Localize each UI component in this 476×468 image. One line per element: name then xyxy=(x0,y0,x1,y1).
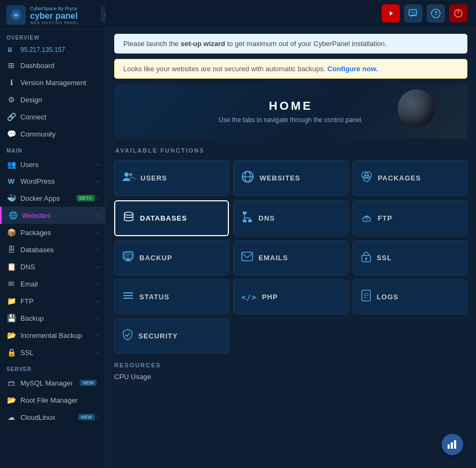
svg-point-6 xyxy=(414,12,415,13)
cloudlinux-icon: ☁ xyxy=(6,413,16,421)
func-card-backup[interactable]: BACKUP xyxy=(114,240,229,275)
logo-area: CyberSpace By Pryce cyber panel WEB HOST… xyxy=(0,0,105,29)
func-card-security[interactable]: SECURITY xyxy=(114,319,229,353)
sidebar-item-label: Email xyxy=(20,280,97,288)
ip-address: 95.217.135.157 xyxy=(20,46,65,54)
sidebar-item-cloudlinux[interactable]: ☁ CloudLinux NEW › xyxy=(0,409,105,426)
help-button[interactable]: ? xyxy=(427,4,445,22)
sidebar-item-label: CloudLinux xyxy=(20,413,78,421)
sidebar-item-dns[interactable]: 📋 DNS › xyxy=(0,258,105,275)
func-card-packages[interactable]: PACKAGES xyxy=(353,160,467,196)
cpu-usage-label: CPU Usage xyxy=(114,373,151,381)
configure-now-link[interactable]: Configure now. xyxy=(328,65,378,73)
resources-section: RESOURCES CPU Usage xyxy=(114,362,467,381)
resources-title: RESOURCES xyxy=(114,362,467,368)
svg-point-35 xyxy=(365,258,367,260)
svg-rect-44 xyxy=(448,444,450,449)
sidebar-item-dashboard[interactable]: ⊞ Dashboard xyxy=(0,57,105,74)
packages-icon: 📦 xyxy=(6,228,16,237)
func-card-ftp[interactable]: FTP xyxy=(353,200,467,236)
file-manager-icon: 📂 xyxy=(6,396,16,404)
func-card-ssl[interactable]: SSL xyxy=(353,240,467,275)
ssl-icon: 🔒 xyxy=(6,348,16,357)
info-alert: Please launch the set-up wizard to get m… xyxy=(114,34,467,54)
sidebar-item-label: DNS xyxy=(20,263,97,271)
sidebar-item-ssl[interactable]: 🔒 SSL › xyxy=(0,344,105,361)
sidebar-item-label: Incremental Backup xyxy=(20,331,97,339)
svg-point-5 xyxy=(412,12,413,13)
sidebar-item-backup[interactable]: 💾 Backup › xyxy=(0,310,105,327)
sidebar-item-wordpress[interactable]: W WordPress › xyxy=(0,173,105,190)
sidebar-item-users[interactable]: 👥 Users › xyxy=(0,156,105,173)
overview-section-label: OVERVIEW xyxy=(0,29,105,43)
func-card-php[interactable]: </> PHP xyxy=(233,280,348,314)
power-button[interactable] xyxy=(449,4,467,22)
sidebar-item-label: WordPress xyxy=(20,177,97,185)
svg-point-11 xyxy=(124,172,129,177)
connect-icon: 🔗 xyxy=(6,112,16,121)
sidebar-item-connect[interactable]: 🔗 Connect xyxy=(0,108,105,125)
func-label: USERS xyxy=(140,174,167,182)
alert-info-text: Please launch the set-up wizard to get m… xyxy=(123,40,386,48)
ftp-icon: 📁 xyxy=(6,297,16,305)
cpu-usage-row: CPU Usage xyxy=(114,373,467,381)
functions-section-title: AVAILABLE FUNCTIONS xyxy=(114,147,467,154)
sidebar-item-label: MySQL Manager xyxy=(20,379,80,387)
ssl-card-icon xyxy=(361,251,371,265)
func-card-logs[interactable]: LOGS xyxy=(353,280,467,314)
func-card-emails[interactable]: EMAILS xyxy=(233,240,348,275)
monitor-icon: 🖥 xyxy=(6,46,16,54)
func-label: SECURITY xyxy=(138,332,178,340)
security-card-icon xyxy=(122,329,133,343)
func-card-dns[interactable]: DNS xyxy=(233,200,348,236)
func-label: STATUS xyxy=(139,293,169,301)
main-section-label: MAIN xyxy=(0,142,105,156)
func-card-websites[interactable]: WEBSITES xyxy=(233,160,348,196)
func-card-status[interactable]: STATUS xyxy=(114,280,229,314)
svg-rect-21 xyxy=(243,220,247,222)
sidebar-item-design[interactable]: ⚙ Design xyxy=(0,91,105,108)
databases-card-icon xyxy=(123,211,135,225)
sidebar-item-packages[interactable]: 📦 Packages › xyxy=(0,224,105,241)
chat-button[interactable] xyxy=(404,4,422,22)
youtube-button[interactable] xyxy=(382,4,400,22)
sidebar-item-label: Connect xyxy=(20,113,99,121)
dashboard-icon: ⊞ xyxy=(6,61,16,70)
sidebar-ip-item[interactable]: 🖥 95.217.135.157 xyxy=(0,43,105,57)
brand-tagline: CyberSpace By Pryce xyxy=(30,6,79,11)
users-icon: 👥 xyxy=(6,160,16,169)
sidebar: CyberSpace By Pryce cyber panel WEB HOST… xyxy=(0,0,106,468)
chevron-right-icon: › xyxy=(97,230,99,236)
php-card-icon: </> xyxy=(241,293,256,301)
status-card-icon xyxy=(122,291,134,303)
sidebar-item-community[interactable]: 💬 Community xyxy=(0,125,105,142)
svg-rect-28 xyxy=(124,253,132,258)
email-icon: ✉ xyxy=(6,280,16,288)
svg-rect-33 xyxy=(242,252,252,261)
sidebar-item-websites[interactable]: 🌐 Websites › xyxy=(0,207,105,224)
brand-name: cyber panel xyxy=(30,11,79,21)
func-label: BACKUP xyxy=(139,254,173,262)
emails-card-icon xyxy=(241,252,253,264)
sidebar-item-incremental-backup[interactable]: 📂 Incremental Backup › xyxy=(0,327,105,344)
func-card-databases[interactable]: DATABASES xyxy=(114,200,229,236)
sidebar-item-root-file-manager[interactable]: 📂 Root File Manager xyxy=(0,391,105,409)
func-card-users[interactable]: USERS xyxy=(114,160,229,196)
func-label: PACKAGES xyxy=(378,174,421,182)
sidebar-item-ftp[interactable]: 📁 FTP › xyxy=(0,292,105,310)
websites-icon: 🌐 xyxy=(8,211,18,220)
sidebar-collapse-button[interactable]: ‹ xyxy=(101,7,106,22)
sidebar-item-label: Community xyxy=(20,130,99,138)
sidebar-item-mysql-manager[interactable]: 🗃 MySQL Manager NEW xyxy=(0,374,105,391)
sidebar-item-label: Design xyxy=(20,96,99,104)
sidebar-item-docker-apps[interactable]: 🐳 Docker Apps BETA › xyxy=(0,190,105,207)
sidebar-item-label: Root File Manager xyxy=(20,396,99,404)
chevron-right-icon: › xyxy=(97,247,99,253)
svg-rect-45 xyxy=(451,442,453,449)
server-section-label: SERVER xyxy=(0,361,105,374)
sidebar-item-version-management[interactable]: ℹ Version Management xyxy=(0,74,105,91)
func-label: LOGS xyxy=(377,293,399,301)
chart-float-button[interactable] xyxy=(442,434,463,455)
sidebar-item-databases[interactable]: 🗄 Databases › xyxy=(0,241,105,258)
sidebar-item-email[interactable]: ✉ Email › xyxy=(0,275,105,292)
